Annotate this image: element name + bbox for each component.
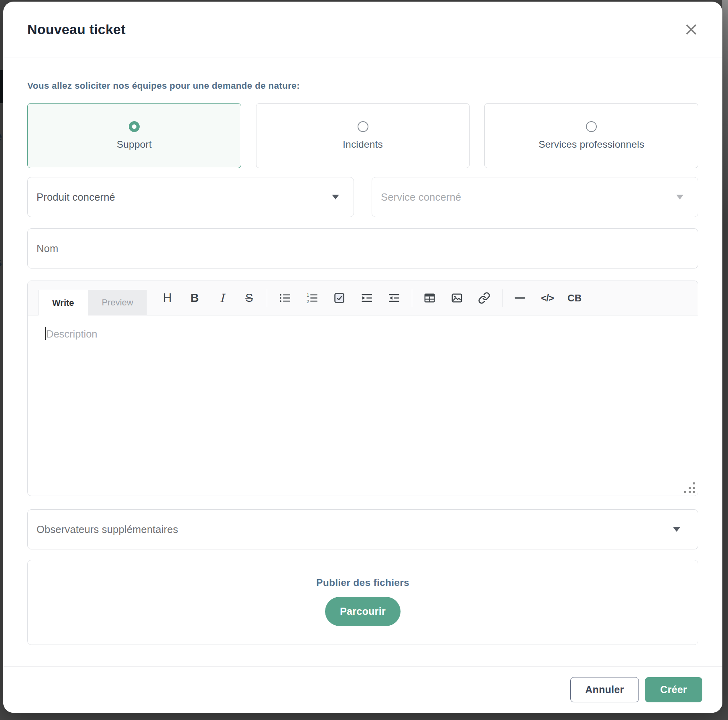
description-placeholder: Description xyxy=(46,328,98,340)
nature-option-services-professionnels[interactable]: Services professionnels xyxy=(484,103,698,168)
nature-option-label: Services professionnels xyxy=(539,139,644,150)
service-select-placeholder: Service concerné xyxy=(381,191,461,203)
modal-title: Nouveau ticket xyxy=(27,22,126,37)
radio-unchecked-icon xyxy=(358,121,368,132)
nature-prompt: Vous allez soliciter nos équipes pour un… xyxy=(27,81,698,91)
file-upload-area[interactable]: Publier des fichiers Parcourir xyxy=(27,560,698,645)
product-select-value: Produit concerné xyxy=(37,191,115,203)
backdrop-letter-fragment: s xyxy=(0,254,2,270)
modal-body: Vous allez soliciter nos équipes pour un… xyxy=(3,81,722,645)
resize-grip[interactable] xyxy=(684,482,695,493)
nature-option-label: Support xyxy=(117,139,152,150)
radio-unchecked-icon xyxy=(586,121,597,132)
heading-icon[interactable]: H xyxy=(158,289,177,307)
chevron-down-icon xyxy=(676,195,683,199)
tab-preview[interactable]: Preview xyxy=(88,290,147,315)
browse-button[interactable]: Parcourir xyxy=(325,597,401,626)
modal-footer: Annuler Créer xyxy=(3,666,722,713)
product-select[interactable]: Produit concerné xyxy=(27,177,354,217)
observers-select-placeholder: Observateurs supplémentaires xyxy=(37,524,178,535)
link-icon[interactable] xyxy=(475,289,494,307)
checklist-icon[interactable] xyxy=(330,289,349,307)
markdown-editor: Write Preview H B I S xyxy=(27,281,698,496)
service-select[interactable]: Service concerné xyxy=(372,177,698,217)
code-icon[interactable]: </> xyxy=(538,289,557,307)
backdrop-edge xyxy=(722,0,728,225)
cancel-button[interactable]: Annuler xyxy=(570,677,639,702)
italic-icon[interactable]: I xyxy=(213,289,231,307)
horizontal-rule-icon[interactable] xyxy=(511,289,529,307)
editor-tabs: Write Preview xyxy=(38,290,147,315)
outdent-icon[interactable] xyxy=(385,289,403,307)
strikethrough-icon[interactable]: S xyxy=(240,289,258,307)
description-textarea[interactable]: Description xyxy=(28,315,698,496)
observers-select[interactable]: Observateurs supplémentaires xyxy=(27,509,698,549)
tab-write[interactable]: Write xyxy=(38,290,88,315)
select-row: Produit concerné Service concerné xyxy=(27,177,698,217)
new-ticket-modal: Nouveau ticket Vous allez soliciter nos … xyxy=(3,2,722,713)
unordered-list-icon[interactable] xyxy=(276,289,294,307)
modal-header: Nouveau ticket xyxy=(3,2,722,57)
code-block-icon[interactable]: CB xyxy=(565,289,584,307)
indent-icon[interactable] xyxy=(358,289,376,307)
ordered-list-icon[interactable]: 1 2 xyxy=(303,289,321,307)
upload-label: Publier des fichiers xyxy=(316,577,409,588)
bold-icon[interactable]: B xyxy=(185,289,204,307)
svg-text:2: 2 xyxy=(307,299,309,304)
toolbar-separator xyxy=(267,289,267,307)
nature-option-incidents[interactable]: Incidents xyxy=(256,103,470,168)
chevron-down-icon xyxy=(332,195,339,199)
editor-toolbar: Write Preview H B I S xyxy=(28,281,698,315)
radio-checked-icon xyxy=(129,121,140,132)
image-icon[interactable] xyxy=(448,289,466,307)
chevron-down-icon xyxy=(673,527,680,532)
nature-options: Support Incidents Services professionnel… xyxy=(27,103,698,168)
svg-text:1: 1 xyxy=(307,292,309,297)
nature-option-label: Incidents xyxy=(343,139,383,150)
backdrop-letter-fragment: e xyxy=(0,128,2,144)
nature-option-support[interactable]: Support xyxy=(27,103,241,168)
text-cursor xyxy=(45,327,46,340)
toolbar-separator xyxy=(412,289,412,307)
create-button[interactable]: Créer xyxy=(645,677,702,702)
toolbar-separator xyxy=(502,289,502,307)
toolbar-icons: H B I S 1 xyxy=(154,289,588,307)
name-input[interactable]: Nom xyxy=(27,228,698,268)
close-icon[interactable] xyxy=(682,20,700,38)
backdrop-text-fragment xyxy=(0,70,3,103)
table-icon[interactable] xyxy=(421,289,439,307)
name-input-placeholder: Nom xyxy=(37,243,58,254)
